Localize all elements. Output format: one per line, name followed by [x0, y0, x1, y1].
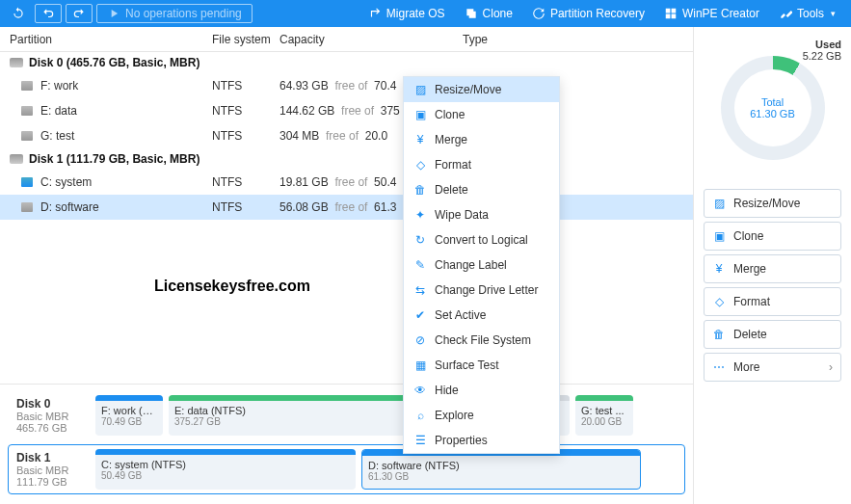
ctx-change-drive-letter[interactable]: ⇆Change Drive Letter: [404, 278, 559, 303]
top-toolbar: No operations pending Migrate OS Clone P…: [0, 0, 851, 27]
redo-button[interactable]: [66, 4, 93, 23]
side-icon: ⋯: [712, 360, 726, 374]
ctx-clone[interactable]: ▣Clone: [404, 102, 559, 127]
ctx-format[interactable]: ◇Format: [404, 152, 559, 177]
ctx-change-label[interactable]: ✎Change Label: [404, 252, 559, 278]
ctx-check-file-system[interactable]: ⊘Check File System: [404, 328, 559, 353]
ctx-icon: ✔: [413, 308, 427, 322]
usage-donut: Used5.22 GB Total61.30 GB: [704, 39, 841, 160]
partition-row[interactable]: F: workNTFS64.93 GB free of 70.4: [0, 73, 693, 98]
partition-row[interactable]: D: softwareNTFS56.08 GB free of 61.3: [0, 195, 693, 220]
ctx-merge[interactable]: ¥Merge: [404, 127, 559, 152]
col-capacity[interactable]: Capacity: [279, 33, 463, 46]
ctx-hide[interactable]: 👁Hide: [404, 378, 559, 403]
side-icon: 🗑: [712, 328, 726, 341]
ctx-icon: ¥: [413, 133, 427, 146]
partition-row[interactable]: C: systemNTFS19.81 GB free of 50.4Active…: [0, 170, 693, 195]
disk-row[interactable]: Disk 0 (465.76 GB, Basic, MBR): [0, 52, 693, 73]
ctx-delete[interactable]: 🗑Delete: [404, 177, 559, 202]
pending-label: No operations pending: [125, 7, 242, 20]
col-type[interactable]: Type: [463, 33, 683, 46]
ctx-properties[interactable]: ☰Properties: [404, 428, 559, 453]
ctx-icon: ▣: [413, 108, 427, 121]
partition-icon: [21, 81, 33, 91]
pending-ops[interactable]: No operations pending: [96, 4, 253, 23]
map-block[interactable]: D: software (NTFS)61.30 GB: [361, 449, 641, 490]
donut-chart: Total61.30 GB: [721, 56, 825, 160]
ctx-icon: ↻: [413, 233, 427, 247]
side-icon: ▨: [712, 197, 726, 210]
map-block[interactable]: G: test ...20.00 GB: [575, 395, 633, 436]
side-icon: ¥: [712, 262, 726, 276]
side-resize-move[interactable]: ▨Resize/Move: [704, 189, 841, 218]
ctx-explore[interactable]: ⌕Explore: [404, 403, 559, 428]
ctx-icon: ⇆: [413, 283, 427, 297]
winpe-creator-button[interactable]: WinPE Creator: [654, 0, 769, 27]
disk-icon: [10, 58, 23, 67]
partition-recovery-button[interactable]: Partition Recovery: [522, 0, 654, 27]
clone-button[interactable]: Clone: [455, 0, 522, 27]
side-icon: ◇: [712, 295, 726, 308]
ctx-icon: ⌕: [413, 409, 427, 422]
ctx-set-active[interactable]: ✔Set Active: [404, 303, 559, 328]
migrate-os-button[interactable]: Migrate OS: [359, 0, 455, 27]
disk-maps: Disk 0Basic MBR465.76 GBF: work (N...70.…: [0, 384, 693, 504]
disk-map-label: Disk 1Basic MBR111.79 GB: [13, 449, 90, 490]
side-format[interactable]: ◇Format: [704, 287, 841, 316]
side-merge[interactable]: ¥Merge: [704, 254, 841, 283]
context-menu: ▨Resize/Move▣Clone¥Merge◇Format🗑Delete✦W…: [403, 76, 560, 454]
ctx-resize-move[interactable]: ▨Resize/Move: [404, 77, 559, 102]
disk-map-row[interactable]: Disk 1Basic MBR111.79 GBC: system (NTFS)…: [8, 444, 685, 494]
partition-icon: [21, 106, 33, 116]
ctx-icon: ✦: [413, 208, 427, 222]
undo-button[interactable]: [35, 4, 62, 23]
ctx-icon: ▨: [413, 83, 427, 96]
disk-row[interactable]: Disk 1 (111.79 GB, Basic, MBR): [0, 148, 693, 170]
ctx-icon: ✎: [413, 258, 427, 272]
col-filesystem[interactable]: File system: [212, 33, 279, 46]
disk-icon: [10, 154, 23, 164]
partition-rows: Disk 0 (465.76 GB, Basic, MBR)F: workNTF…: [0, 52, 693, 384]
side-actions: ▨Resize/Move▣Clone¥Merge◇Format🗑Delete⋯M…: [704, 189, 841, 382]
refresh-button[interactable]: [6, 0, 31, 27]
map-block[interactable]: C: system (NTFS)50.49 GB: [95, 449, 356, 490]
side-clone[interactable]: ▣Clone: [704, 222, 841, 251]
side-more[interactable]: ⋯More›: [704, 353, 841, 382]
ctx-icon: ▦: [413, 358, 427, 372]
partition-icon: [21, 131, 33, 141]
ctx-icon: ☰: [413, 434, 427, 447]
col-partition[interactable]: Partition: [10, 33, 212, 46]
partition-row[interactable]: E: dataNTFS144.62 GB free of 375: [0, 98, 693, 123]
ctx-icon: ◇: [413, 158, 427, 172]
ctx-surface-test[interactable]: ▦Surface Test: [404, 353, 559, 378]
side-delete[interactable]: 🗑Delete: [704, 320, 841, 349]
table-header: Partition File system Capacity Type: [0, 27, 693, 52]
disk-map-row[interactable]: Disk 0Basic MBR465.76 GBF: work (N...70.…: [8, 390, 685, 440]
ctx-icon: ⊘: [413, 333, 427, 347]
ctx-icon: 👁: [413, 384, 427, 397]
partition-icon: [21, 202, 33, 212]
chevron-right-icon: ›: [829, 360, 833, 374]
ctx-wipe-data[interactable]: ✦Wipe Data: [404, 202, 559, 227]
map-block[interactable]: F: work (N...70.49 GB: [95, 395, 163, 436]
partition-icon: [21, 177, 33, 187]
ctx-icon: 🗑: [413, 183, 427, 197]
partition-row[interactable]: G: testNTFS304 MB free of 20.0: [0, 123, 693, 148]
side-icon: ▣: [712, 229, 726, 243]
disk-map-label: Disk 0Basic MBR465.76 GB: [13, 395, 90, 436]
tools-button[interactable]: Tools▾: [769, 0, 845, 27]
ctx-convert-to-logical[interactable]: ↻Convert to Logical: [404, 227, 559, 252]
